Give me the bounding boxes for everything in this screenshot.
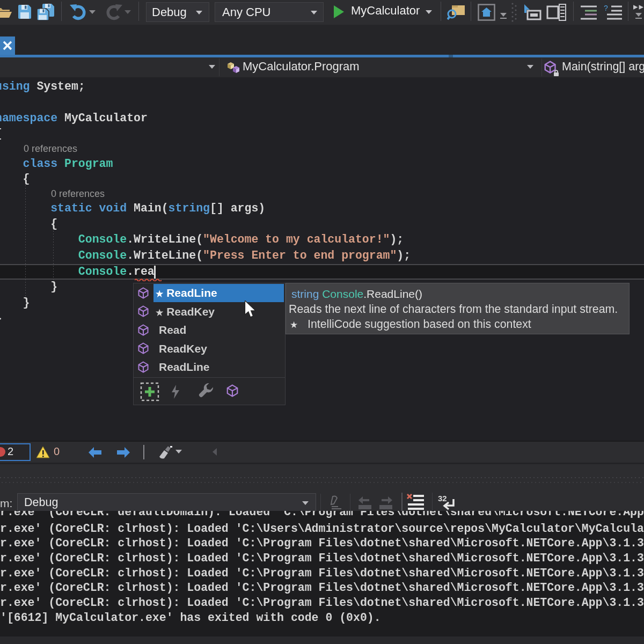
svg-text:?: ? xyxy=(604,4,608,12)
svg-text:32: 32 xyxy=(438,494,447,503)
